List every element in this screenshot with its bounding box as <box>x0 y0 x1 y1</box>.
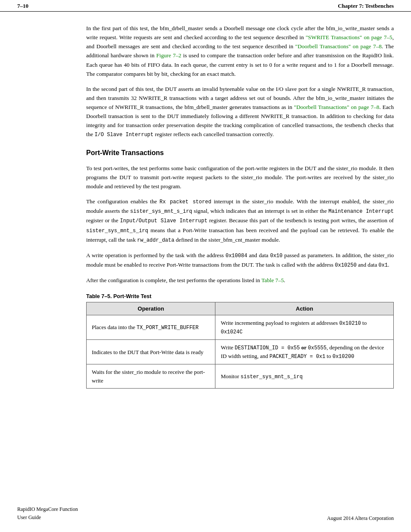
table-caption: Table 7–5. Port-Write Test <box>86 293 394 299</box>
footer-product: RapidIO MegaCore Function <box>17 505 78 513</box>
code-rw-addr: rw_addr_data <box>137 237 174 243</box>
code-addr-0x10210: 0x10210 <box>339 320 361 327</box>
table-cell-action-3: Monitor sister_sys_mnt_s_irq <box>215 364 394 389</box>
col-header-action: Action <box>215 302 394 315</box>
link-doorbell-2[interactable]: "Doorbell Transactions" on page 7–8 <box>294 104 379 110</box>
code-monitor-irq: sister_sys_mnt_s_irq <box>240 374 302 380</box>
code-dest-id-2: 0x5555 <box>308 345 327 351</box>
section-paragraph-1: To test port-writes, the test performs s… <box>86 164 394 191</box>
col-header-operation: Operation <box>87 302 215 315</box>
code-data-2: 0x1 <box>379 262 388 268</box>
code-addr-1: 0x10084 <box>225 253 247 259</box>
table-cell-operation-1: Places data into the TX_PORT_WRITE_BUFFE… <box>87 315 215 340</box>
section-paragraph-3: A write operation is performed by the ta… <box>86 251 394 270</box>
table-cell-operation-2: Indicates to the DUT that Port-Write dat… <box>87 340 215 364</box>
page-header: 7–10 Chapter 7: Testbenches <box>0 0 411 12</box>
code-addr-2: 0x10250 <box>335 262 356 268</box>
table-row: Waits for the sister_rio module to recei… <box>87 364 394 389</box>
code-sister-irq-1: sister_sys_mnt_s_irq <box>130 208 192 215</box>
page: 7–10 Chapter 7: Testbenches In the first… <box>0 0 411 532</box>
paragraph-2: In the second part of this test, the DUT… <box>86 84 394 140</box>
section-paragraph-4: After the configuration is complete, the… <box>86 276 394 285</box>
code-addr-0x1024c: 0x1024C <box>221 329 242 335</box>
code-addr-0x10200: 0x10200 <box>333 354 354 360</box>
link-figure-7-2[interactable]: Figure 7–2 <box>156 52 181 59</box>
footer-left: RapidIO MegaCore Function User Guide <box>17 505 78 522</box>
table-row: Indicates to the DUT that Port-Write dat… <box>87 340 394 364</box>
header-right: Chapter 7: Testbenches <box>338 3 394 9</box>
table-header-row: Operation Action <box>87 302 394 315</box>
footer-doc-type: User Guide <box>17 513 78 522</box>
link-swrite[interactable]: "SWRITE Transactions" on page 7–5 <box>305 34 392 40</box>
section-heading-port-write: Port-Write Transactions <box>86 149 394 157</box>
code-io-slave-int: Input/Output Slave Interrupt <box>120 218 208 224</box>
link-doorbell-1[interactable]: "Doorbell Transactions" on page 7–8 <box>295 43 382 50</box>
table-cell-action-2: Write DESTINATION_ID = 0x55 or 0x5555, d… <box>215 340 394 364</box>
section-paragraph-2: The configuration enables the Rx packet … <box>86 197 394 245</box>
paragraph-1: In the first part of this test, the bfm_… <box>86 24 394 78</box>
code-rx-packet: Rx packet stored <box>159 199 211 205</box>
code-io-slave: I/O Slave Interrupt <box>94 132 153 138</box>
code-data-1: 0x10 <box>270 253 283 259</box>
code-sister-irq-2: sister_sys_mnt_s_irq <box>86 228 148 234</box>
footer-right: August 2014 Altera Corporation <box>327 515 394 522</box>
table-row: Places data into the TX_PORT_WRITE_BUFFE… <box>87 315 394 340</box>
code-tx-buffer: TX_PORT_WRITE_BUFFER <box>137 325 199 331</box>
header-left: 7–10 <box>17 3 28 9</box>
code-packet-ready: PACKET_READY = 0x1 <box>269 354 325 360</box>
main-content: In the first part of this test, the bfm_… <box>0 12 411 406</box>
page-footer: RapidIO MegaCore Function User Guide Aug… <box>0 505 411 522</box>
table-cell-operation-3: Waits for the sister_rio module to recei… <box>87 364 215 389</box>
table-cell-action-1: Write incrementing payload to registers … <box>215 315 394 340</box>
port-write-test-table: Operation Action Places data into the TX… <box>86 302 394 389</box>
code-dest-id: DESTINATION_ID = 0x55 <box>235 345 300 351</box>
link-table-7-5[interactable]: Table 7–5 <box>262 277 284 283</box>
code-maint-int: Maintenance Interrupt <box>328 208 394 215</box>
